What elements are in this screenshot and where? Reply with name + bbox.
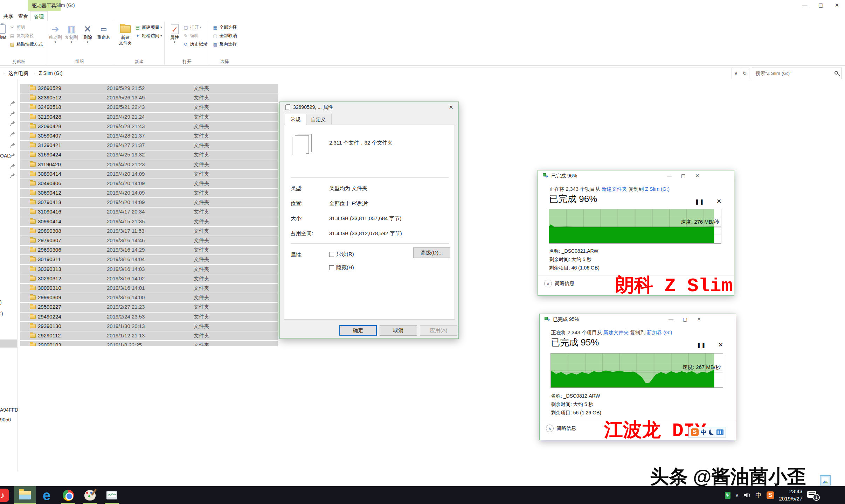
destination-link[interactable]: 新加卷 (G:) [647,330,672,335]
new-folder-button[interactable]: 新建 文件夹 [116,22,134,46]
file-row[interactable]: 323905122019/5/26 13:49文件夹 [20,93,278,103]
cut-button[interactable]: ✂ 剪切 [9,23,43,31]
taskbar-music-app[interactable]: ♪ [0,486,13,504]
apply-button[interactable]: 应用(A) [420,325,457,336]
pin-icon[interactable] [10,111,15,117]
pin-icon[interactable] [10,131,15,137]
minimize-button[interactable]: — [664,314,678,324]
advanced-button[interactable]: 高级(D)... [413,247,450,258]
fewer-details-toggle[interactable]: ∧ 简略信息 [546,425,576,432]
refresh-icon[interactable]: ↻ [740,68,749,79]
search-input[interactable]: 搜索"Z Slim (G:)" [752,68,842,79]
file-row[interactable]: 305904072019/4/28 21:37文件夹 [20,132,278,141]
close-button[interactable]: ✕ [829,0,845,10]
copy-path-button[interactable]: ▤ 复制路径 [9,31,43,40]
file-row[interactable]: 304904062019/4/20 14:09文件夹 [20,179,278,189]
breadcrumb-drive[interactable]: Z Slim (G:) [39,68,63,79]
nav-selected-item[interactable] [0,340,17,348]
notification-center-icon[interactable]: 1 [807,491,818,499]
open-button[interactable]: ▢ 打开▾ [183,23,208,31]
easy-access-button[interactable]: ✦ 轻松访问▾ [134,31,162,40]
paste-button[interactable]: 粘贴 [0,22,9,41]
nav-item-label[interactable]: OAD [0,153,11,159]
delete-button[interactable]: ✕ 删除▾ [79,22,96,43]
history-button[interactable]: ↺ 历史记录 [183,40,208,48]
pause-button[interactable]: ❚❚ [695,198,704,205]
pause-button[interactable]: ❚❚ [697,342,706,348]
file-row[interactable]: 306904122019/4/20 14:09文件夹 [20,189,278,198]
destination-link[interactable]: Z Slim (G:) [645,186,670,192]
ime-indicator[interactable]: 中 [756,491,762,499]
nav-item-label[interactable]: 9056 [0,417,11,422]
new-item-button[interactable]: ▤ 新建项目▾ [134,23,162,31]
copy-to-button[interactable]: ▥ 复制到▾ [63,22,79,43]
file-row[interactable]: 296903062019/3/16 14:29文件夹 [20,246,278,255]
sogou-tray-icon[interactable]: S [767,491,774,499]
breadcrumb[interactable]: › 这台电脑 › Z Slim (G:) [0,68,732,79]
close-button[interactable]: ✕ [692,314,706,324]
sogou-ime-toolbar[interactable]: S 中 [688,427,726,438]
maximize-button[interactable]: ▢ [813,0,829,10]
file-row[interactable]: 308904142019/4/20 14:09文件夹 [20,170,278,179]
tray-chevron-up-icon[interactable]: ∧ [735,492,739,498]
tab-view[interactable]: 查看 [15,11,32,21]
cancel-copy-button[interactable]: ✕ [718,341,723,349]
pin-icon[interactable] [10,153,15,159]
taskbar-file-explorer[interactable] [14,486,36,504]
close-button[interactable]: ✕ [690,170,704,181]
taskbar-paint[interactable] [79,486,101,504]
file-row[interactable]: 301903112019/3/16 14:04文件夹 [20,255,278,265]
taskbar-chrome[interactable] [57,486,79,504]
tab-manage[interactable]: 管理 [30,11,48,21]
file-row[interactable]: 307904132019/4/20 14:09文件夹 [20,198,278,208]
volume-icon[interactable] [744,492,751,498]
hidden-checkbox[interactable]: 隐藏(H) [329,264,354,271]
file-row[interactable]: 320904282019/4/28 21:43文件夹 [20,122,278,132]
pin-icon[interactable] [10,142,15,148]
readonly-checkbox[interactable]: 只读(R) [329,251,354,258]
file-row[interactable]: 326905292019/5/29 21:52文件夹 [20,84,278,93]
pin-icon[interactable] [10,163,15,169]
nav-item-label[interactable]: :) [0,311,3,316]
rename-button[interactable]: ▭ 重命名 [96,22,112,41]
edit-button[interactable]: ✎ 编辑 [183,31,208,40]
file-row[interactable]: 302903122019/3/16 14:02文件夹 [20,274,278,284]
file-row[interactable]: 299903092019/3/16 14:00文件夹 [20,293,278,303]
file-row[interactable]: 310904162019/4/17 20:34文件夹 [20,208,278,217]
nav-item-label[interactable]: ) [0,300,2,305]
file-row[interactable]: 295902272019/2/27 21:23文件夹 [20,303,278,312]
invert-selection-button[interactable]: ▧ 反向选择 [212,40,237,48]
file-row[interactable]: 294902242019/2/24 23:53文件夹 [20,313,278,322]
select-none-button[interactable]: ▢ 全部取消 [212,31,237,40]
file-row[interactable]: 316904242019/4/25 19:32文件夹 [20,150,278,160]
nav-item-label[interactable]: A94FFD [0,407,18,413]
sogou-logo-icon[interactable]: S [691,428,699,436]
cancel-button[interactable]: 取消 [380,325,417,336]
file-row[interactable]: 300903102019/3/16 14:01文件夹 [20,284,278,293]
usb-device-icon[interactable]: Ψ [725,492,730,499]
taskbar-edge[interactable]: e [36,486,57,504]
moon-icon[interactable] [709,429,714,435]
file-row[interactable]: 324905182019/5/21 22:43文件夹 [20,103,278,112]
fewer-details-toggle[interactable]: ∧ 简略信息 [544,280,574,287]
navigation-pane[interactable]: OAD):)A94FFD9056 [0,79,18,471]
file-row[interactable]: 303903132019/3/16 14:03文件夹 [20,265,278,274]
breadcrumb-this-pc[interactable]: 这台电脑 [8,68,28,79]
pin-icon[interactable] [10,121,15,126]
source-link[interactable]: 新建文件夹 [603,330,629,335]
pin-icon[interactable] [10,100,15,106]
file-row[interactable]: 290901032019/1/8 22:25文件夹 [20,341,278,346]
move-to-button[interactable]: ➔ 移动到▾ [47,22,63,43]
tab-general[interactable]: 常规 [285,114,306,125]
taskbar-task-manager[interactable] [101,486,123,504]
file-row[interactable]: 313904212019/4/27 21:37文件夹 [20,141,278,150]
file-row[interactable]: 293901302019/1/30 20:13文件夹 [20,322,278,331]
properties-button[interactable]: 属性▾ [167,22,183,43]
tab-share[interactable]: 共享 [0,11,17,21]
minimize-button[interactable]: — [797,0,813,10]
close-icon[interactable]: ✕ [449,104,453,111]
file-row[interactable]: 292901122019/1/12 21:13文件夹 [20,331,278,341]
file-row[interactable]: 309904142019/4/15 21:35文件夹 [20,217,278,227]
file-row[interactable]: 297903072019/3/16 14:46文件夹 [20,236,278,246]
ime-mode-icon[interactable]: 中 [701,428,707,436]
